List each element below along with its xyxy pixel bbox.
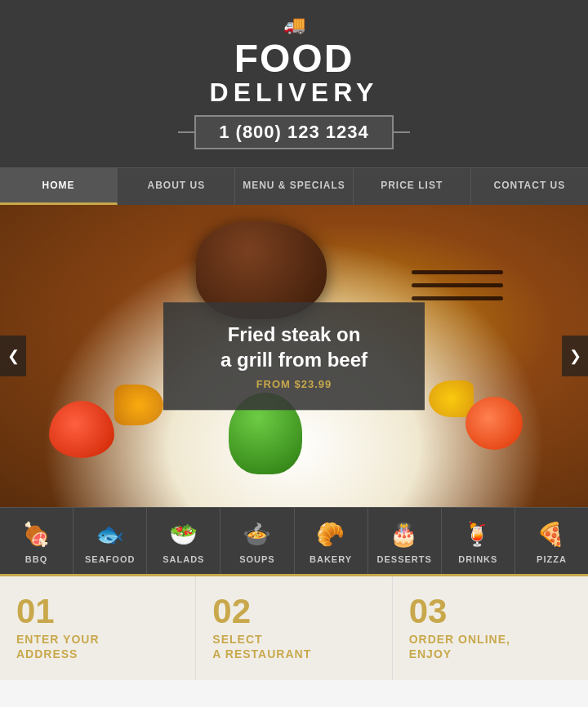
dish-name: Fried steak ona grill from beef [193, 322, 395, 373]
tomato-right [466, 397, 523, 450]
garnish-left [114, 385, 163, 425]
pizza-icon: 🍕 [519, 521, 584, 548]
step-2: 02 SELECTA RESTAURANT [196, 576, 392, 679]
nav-price[interactable]: PRICE LIST [354, 168, 471, 205]
hero-info-box: Fried steak ona grill from beef FROM $23… [163, 303, 425, 410]
nav-menu[interactable]: MENU & SPECIALS [235, 168, 353, 205]
main-nav: HOME ABOUT US MENU & SPECIALS PRICE LIST… [0, 167, 588, 205]
cat-bbq-label: BBQ [25, 554, 47, 564]
bakery-icon: 🥐 [299, 521, 363, 548]
step-2-number: 02 [212, 594, 375, 629]
cat-bakery[interactable]: 🥐 BAKERY [295, 508, 368, 574]
category-bar: 🍖 BBQ 🐟 SEAFOOD 🥗 SALADS 🍲 SOUPS 🥐 BAKER… [0, 507, 588, 574]
step-2-title: SELECTA RESTAURANT [212, 632, 375, 661]
cat-desserts[interactable]: 🎂 DESSERTS [368, 508, 442, 574]
cat-pizza-label: PIZZA [537, 554, 567, 564]
nav-about[interactable]: ABOUT US [118, 168, 235, 205]
phone-number[interactable]: 1 (800) 123 1234 [194, 115, 394, 149]
next-slide-button[interactable]: ❯ [562, 336, 588, 376]
step-3-title: ORDER ONLINE,ENJOY [409, 632, 572, 661]
cat-seafood-label: SEAFOOD [85, 554, 135, 564]
cat-soups[interactable]: 🍲 SOUPS [220, 508, 294, 574]
brand-title-delivery: DELIVERY [8, 78, 580, 107]
cat-seafood[interactable]: 🐟 SEAFOOD [74, 508, 147, 574]
garnish-right [429, 380, 474, 417]
nav-contact[interactable]: CONTACT US [471, 168, 588, 205]
cat-salads-label: SALADS [163, 554, 204, 564]
step-1-number: 01 [16, 594, 179, 629]
steps-section: 01 ENTER YOURADDRESS 02 SELECTA RESTAURA… [0, 574, 588, 679]
bbq-icon: 🍖 [4, 521, 69, 548]
cat-pizza[interactable]: 🍕 PIZZA [515, 508, 588, 574]
brand-title-food: FOOD [8, 39, 580, 78]
cat-drinks[interactable]: 🍹 DRINKS [442, 508, 515, 574]
cat-soups-label: SOUPS [239, 554, 275, 564]
step-3-number: 03 [409, 594, 572, 629]
cat-bbq[interactable]: 🍖 BBQ [0, 508, 74, 574]
step-1: 01 ENTER YOURADDRESS [0, 576, 196, 679]
step-1-title: ENTER YOURADDRESS [16, 632, 179, 661]
drinks-icon: 🍹 [446, 521, 510, 548]
header: 🚚 FOOD DELIVERY 1 (800) 123 1234 [0, 0, 588, 167]
dish-price: FROM $23.99 [193, 378, 395, 390]
seafood-icon: 🐟 [78, 521, 142, 548]
soups-icon: 🍲 [225, 521, 289, 548]
truck-icon: 🚚 [8, 15, 580, 36]
hero-slider: ❮ Fried steak ona grill from beef FROM $… [0, 205, 588, 507]
prev-slide-button[interactable]: ❮ [0, 336, 26, 376]
salads-icon: 🥗 [151, 521, 216, 548]
step-3: 03 ORDER ONLINE,ENJOY [393, 576, 588, 679]
desserts-icon: 🎂 [372, 521, 437, 548]
cat-drinks-label: DRINKS [458, 554, 497, 564]
nav-home[interactable]: HOME [0, 168, 118, 205]
cat-salads[interactable]: 🥗 SALADS [147, 508, 220, 574]
cat-desserts-label: DESSERTS [377, 554, 432, 564]
cat-bakery-label: BAKERY [310, 554, 352, 564]
